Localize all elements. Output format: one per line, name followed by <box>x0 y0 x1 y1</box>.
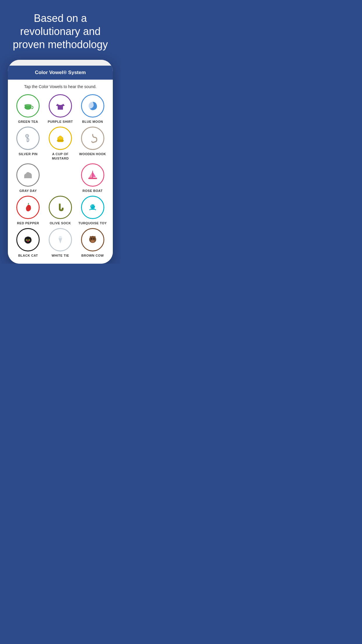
vowel-label-cup-of-mustard: a CUP of MUSTARD <box>45 152 76 160</box>
svg-point-40 <box>93 239 94 239</box>
svg-point-20 <box>90 204 95 209</box>
vowel-label-brown-cow: BROWN COW <box>81 253 104 258</box>
vowel-label-rose-boat: ROSE BOAT <box>82 189 103 193</box>
vowel-circle-rose-boat <box>81 163 104 187</box>
page-title: Based on a revolutionary and proven meth… <box>0 0 121 60</box>
svg-point-6 <box>27 135 28 136</box>
vowel-item-red-pepper[interactable]: RED PEPPER <box>13 196 44 225</box>
app-content: Tap the Color Vowels to hear the sound. … <box>8 80 113 264</box>
vowel-item-gray-day[interactable]: GRAY DAY <box>13 163 44 193</box>
vowel-grid: GREEN TEAPURPLE SHIRT BLUE MOON SILVER P… <box>11 94 110 258</box>
vowel-item-black-cat[interactable]: BLACK CAT <box>13 228 44 258</box>
vowel-circle-purple-shirt <box>49 94 72 118</box>
svg-point-30 <box>27 241 29 242</box>
vowel-label-blue-moon: BLUE MOON <box>82 120 103 124</box>
svg-point-2 <box>24 104 31 106</box>
vowel-circle-silver-pin <box>16 127 40 150</box>
svg-point-28 <box>27 240 27 240</box>
svg-point-36 <box>91 240 95 243</box>
vowel-circle-red-pepper <box>16 196 40 219</box>
vowel-label-red-pepper: RED PEPPER <box>17 221 39 225</box>
app-header: Color Vowel® System <box>8 66 113 80</box>
vowel-item-olive-sock[interactable]: OLIVE SOCK <box>45 196 76 225</box>
vowel-circle-turquoise-toy <box>81 196 104 219</box>
svg-rect-13 <box>24 176 32 178</box>
vowel-label-turquoise-toy: TURQUOISE TOY <box>78 221 107 225</box>
vowel-label-gray-day: GRAY DAY <box>19 189 37 193</box>
vowel-circle-green-tea <box>16 94 40 118</box>
svg-rect-9 <box>57 140 64 141</box>
svg-point-12 <box>26 172 30 176</box>
phone-notch <box>8 60 113 66</box>
vowel-label-purple-shirt: PURPLE SHIRT <box>48 120 73 124</box>
vowel-item-wooden-hook[interactable]: WOODEN HOOK <box>77 127 108 160</box>
svg-point-23 <box>24 237 31 244</box>
phone-mockup: Color Vowel® System Tap the Color Vowels… <box>8 60 113 264</box>
svg-point-39 <box>91 239 92 239</box>
vowel-item-green-tea[interactable]: GREEN TEA <box>13 94 44 124</box>
vowel-circle-cup-of-mustard <box>49 127 72 150</box>
vowel-item-white-tie[interactable]: WHITE TIE <box>45 228 76 258</box>
vowel-label-white-tie: WHITE TIE <box>52 253 69 258</box>
vowel-label-silver-pin: SILVER PIN <box>19 152 38 156</box>
vowel-circle-white-tie <box>49 228 72 251</box>
svg-point-29 <box>29 240 29 240</box>
vowel-item-purple-shirt[interactable]: PURPLE SHIRT <box>45 94 76 124</box>
vowel-circle-blue-moon <box>81 94 104 118</box>
vowel-item-brown-cow[interactable]: BROWN COW <box>77 228 108 258</box>
vowel-item-blue-moon[interactable]: BLUE MOON <box>77 94 108 124</box>
vowel-circle-olive-sock <box>49 196 72 219</box>
vowel-circle-gray-day <box>16 163 40 187</box>
app-title: Color Vowel® System <box>35 70 86 75</box>
vowel-label-olive-sock: OLIVE SOCK <box>50 221 71 225</box>
vowel-item-turquoise-toy[interactable]: TURQUOISE TOY <box>77 196 108 225</box>
svg-rect-22 <box>90 209 95 210</box>
svg-marker-15 <box>93 172 96 177</box>
vowel-circle-wooden-hook <box>81 127 104 150</box>
app-subtitle: Tap the Color Vowels to hear the sound. <box>11 84 110 89</box>
svg-rect-18 <box>59 204 61 205</box>
svg-point-42 <box>93 241 94 242</box>
vowel-item-silver-pin[interactable]: SILVER PIN <box>13 127 44 160</box>
vowel-item-cup-of-mustard[interactable]: a CUP of MUSTARD <box>45 127 76 160</box>
svg-point-41 <box>92 241 92 242</box>
vowel-circle-black-cat <box>16 228 40 251</box>
svg-marker-14 <box>89 171 93 178</box>
vowel-circle-brown-cow <box>81 228 104 251</box>
vowel-label-black-cat: BLACK CAT <box>18 253 38 258</box>
svg-point-21 <box>91 206 92 206</box>
vowel-label-green-tea: GREEN TEA <box>18 120 38 124</box>
vowel-label-wooden-hook: WOODEN HOOK <box>79 152 106 156</box>
vowel-item-rose-boat[interactable]: ROSE BOAT <box>77 163 108 193</box>
